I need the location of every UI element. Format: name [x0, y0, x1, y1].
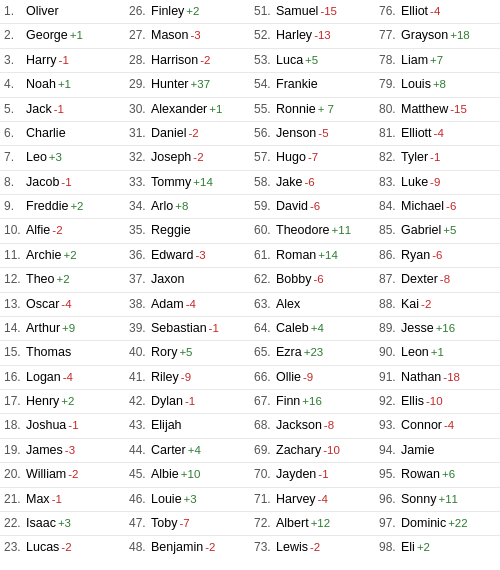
person-name: Hugo	[276, 148, 306, 167]
rank-change: -7	[308, 149, 318, 167]
person-name: Carter	[151, 441, 186, 460]
list-item: 11.Archie +2	[0, 244, 125, 268]
rank-change: +1	[209, 101, 222, 119]
rank-number: 27.	[129, 26, 151, 45]
rank-number: 9.	[4, 197, 26, 216]
rank-number: 58.	[254, 173, 276, 192]
list-item: 32.Joseph -2	[125, 146, 250, 170]
rank-change: -2	[68, 466, 78, 484]
rank-number: 35.	[129, 221, 151, 240]
list-item: 79.Louis +8	[375, 73, 500, 97]
person-name: David	[276, 197, 308, 216]
rank-change: -6	[313, 271, 323, 289]
rank-change: -1	[68, 417, 78, 435]
list-item: 69.Zachary -10	[250, 439, 375, 463]
rank-number: 16.	[4, 368, 26, 387]
person-name: Luke	[401, 173, 428, 192]
rank-change: -15	[450, 101, 467, 119]
rank-number: 93.	[379, 416, 401, 435]
person-name: Connor	[401, 416, 442, 435]
rank-number: 36.	[129, 246, 151, 265]
rank-change: +14	[318, 247, 338, 265]
rank-change: -4	[434, 125, 444, 143]
person-name: Ellis	[401, 392, 424, 411]
person-name: Daniel	[151, 124, 186, 143]
list-item: 56.Jenson -5	[250, 122, 375, 146]
list-item: 60.Theodore +11	[250, 219, 375, 243]
rank-change: -7	[179, 515, 189, 533]
rank-number: 83.	[379, 173, 401, 192]
rank-change: -1	[52, 491, 62, 509]
list-item: 90.Leon +1	[375, 341, 500, 365]
column-4: 76.Elliot -477.Grayson +1878.Liam +779.L…	[375, 0, 500, 560]
person-name: Adam	[151, 295, 184, 314]
rank-change: +23	[304, 344, 324, 362]
list-item: 7.Leo +3	[0, 146, 125, 170]
list-item: 23.Lucas -2	[0, 536, 125, 559]
rank-number: 3.	[4, 51, 26, 70]
rank-change: -3	[195, 247, 205, 265]
rank-change: -4	[318, 491, 328, 509]
rank-number: 56.	[254, 124, 276, 143]
person-name: Zachary	[276, 441, 321, 460]
rank-number: 95.	[379, 465, 401, 484]
rank-change: -6	[304, 174, 314, 192]
list-item: 73.Lewis -2	[250, 536, 375, 559]
person-name: Gabriel	[401, 221, 441, 240]
person-name: Jamie	[401, 441, 434, 460]
rank-change: +1	[70, 27, 83, 45]
person-name: Oliver	[26, 2, 59, 21]
person-name: Max	[26, 490, 50, 509]
rank-change: -2	[421, 296, 431, 314]
list-item: 20.William -2	[0, 463, 125, 487]
rank-number: 4.	[4, 75, 26, 94]
rank-change: +1	[58, 76, 71, 94]
rank-number: 69.	[254, 441, 276, 460]
person-name: Finley	[151, 2, 184, 21]
list-item: 67.Finn +16	[250, 390, 375, 414]
list-item: 31.Daniel -2	[125, 122, 250, 146]
list-item: 87.Dexter -8	[375, 268, 500, 292]
list-item: 3.Harry -1	[0, 49, 125, 73]
rank-number: 65.	[254, 343, 276, 362]
person-name: Alexander	[151, 100, 207, 119]
rank-change: +5	[443, 222, 456, 240]
person-name: Logan	[26, 368, 61, 387]
list-item: 80.Matthew -15	[375, 98, 500, 122]
rank-number: 43.	[129, 416, 151, 435]
person-name: William	[26, 465, 66, 484]
list-item: 85.Gabriel +5	[375, 219, 500, 243]
rank-number: 38.	[129, 295, 151, 314]
list-item: 93.Connor -4	[375, 414, 500, 438]
rank-change: -3	[191, 27, 201, 45]
person-name: Roman	[276, 246, 316, 265]
rank-change: -6	[446, 198, 456, 216]
rank-number: 89.	[379, 319, 401, 338]
person-name: Lucas	[26, 538, 59, 557]
person-name: Ollie	[276, 368, 301, 387]
rank-number: 45.	[129, 465, 151, 484]
list-item: 8.Jacob -1	[0, 171, 125, 195]
list-item: 44.Carter +4	[125, 439, 250, 463]
rank-number: 96.	[379, 490, 401, 509]
rank-number: 67.	[254, 392, 276, 411]
person-name: Harry	[26, 51, 57, 70]
rank-number: 79.	[379, 75, 401, 94]
rank-number: 40.	[129, 343, 151, 362]
rank-change: +4	[311, 320, 324, 338]
rank-number: 88.	[379, 295, 401, 314]
person-name: Riley	[151, 368, 179, 387]
rank-change: -2	[188, 125, 198, 143]
list-item: 58.Jake -6	[250, 171, 375, 195]
list-item: 59.David -6	[250, 195, 375, 219]
rank-change: +11	[438, 491, 458, 509]
list-item: 9.Freddie +2	[0, 195, 125, 219]
rank-number: 11.	[4, 246, 26, 265]
rank-number: 21.	[4, 490, 26, 509]
list-item: 22.Isaac +3	[0, 512, 125, 536]
list-item: 55.Ronnie + 7	[250, 98, 375, 122]
rank-change: +12	[311, 515, 331, 533]
list-item: 94.Jamie	[375, 439, 500, 463]
person-name: Albie	[151, 465, 179, 484]
rank-number: 12.	[4, 270, 26, 289]
